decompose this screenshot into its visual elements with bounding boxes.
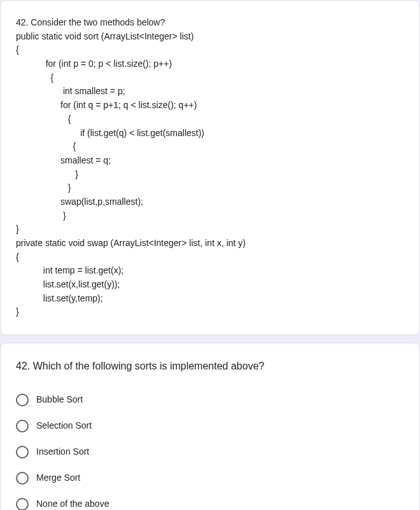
radio-icon	[16, 394, 29, 406]
option-none-of-the-above[interactable]: None of the above	[16, 491, 404, 510]
radio-icon	[16, 420, 29, 432]
question-text: 42. Which of the following sorts is impl…	[16, 359, 404, 374]
option-merge-sort[interactable]: Merge Sort	[16, 465, 404, 491]
option-selection-sort[interactable]: Selection Sort	[16, 413, 404, 439]
option-label: None of the above	[36, 497, 109, 510]
radio-icon	[16, 472, 29, 485]
option-bubble-sort[interactable]: Bubble Sort	[16, 387, 404, 413]
option-insertion-sort[interactable]: Insertion Sort	[16, 439, 404, 465]
option-label: Bubble Sort	[36, 393, 83, 406]
code-card: 42. Consider the two methods below? publ…	[0, 0, 420, 335]
code-block: 42. Consider the two methods below? publ…	[16, 16, 404, 319]
option-label: Insertion Sort	[36, 445, 89, 458]
option-label: Selection Sort	[36, 419, 92, 432]
option-label: Merge Sort	[36, 471, 80, 485]
question-card: 42. Which of the following sorts is impl…	[0, 343, 420, 510]
radio-icon	[16, 498, 29, 510]
radio-icon	[16, 446, 29, 458]
